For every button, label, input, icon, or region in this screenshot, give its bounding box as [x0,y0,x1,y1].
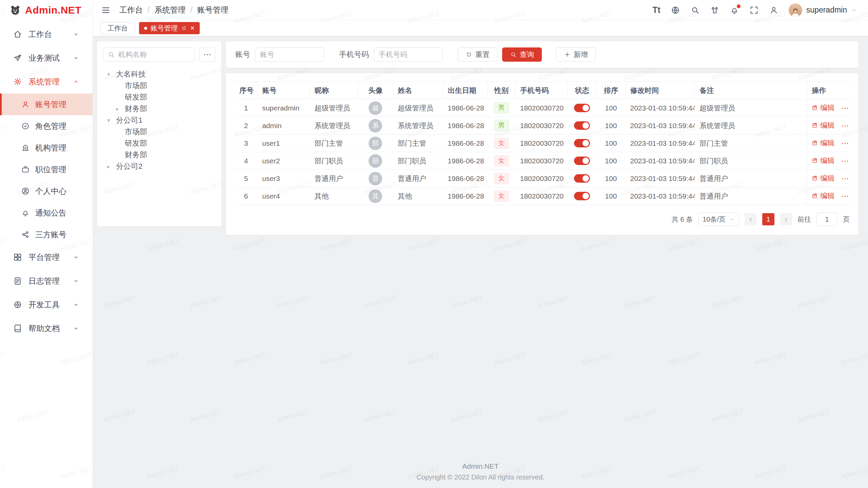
edit-button[interactable]: 编辑 [812,121,834,130]
tree-node[interactable]: 市场部 [107,126,215,138]
tab-workbench[interactable]: 工作台 [100,22,135,34]
cell-nickname: 部门主管 [310,135,358,152]
search-icon [510,51,517,58]
sidebar-menu: 工作台 业务测试 系统管理 账号管理 角色管理 机构管理 [0,22,93,340]
org-tree: ▾ 大名科技 市场部 研发部 ▸ 财务部 ▾ 分公司1 [103,68,215,172]
sidebar-item-business-test[interactable]: 业务测试 [0,46,93,70]
cell-status [568,135,596,152]
cell-name: 系统管理员 [393,117,443,135]
cell-phone: 18020030720 [515,135,568,152]
edit-button[interactable]: 编辑 [812,174,834,183]
edit-button[interactable]: 编辑 [812,156,834,165]
cell-index: 1 [235,99,257,117]
edit-button[interactable]: 编辑 [812,191,834,201]
tree-node[interactable]: 研发部 [107,138,215,149]
sidebar-item-workbench[interactable]: 工作台 [0,22,93,46]
breadcrumb-item[interactable]: 系统管理 [154,5,185,15]
font-size-icon[interactable]: Tt [652,5,660,15]
tree-node[interactable]: ▸ 分公司2 [107,161,215,172]
breadcrumb-item: 账号管理 [197,5,229,15]
language-icon[interactable] [671,5,680,15]
row-more-button[interactable]: ⋯ [841,174,849,183]
row-more-button[interactable]: ⋯ [841,121,849,130]
next-page-button[interactable]: › [780,213,792,225]
caret-right-icon[interactable]: ▸ [107,163,116,170]
prev-page-button[interactable]: ‹ [745,213,757,225]
caret-right-icon[interactable]: ▸ [116,105,125,113]
cell-status [568,187,596,205]
chevron-down-icon [851,7,857,13]
add-button[interactable]: 新增 [556,47,596,62]
status-toggle[interactable] [574,139,590,147]
edit-pencil-icon [812,104,818,111]
status-toggle[interactable] [574,157,590,165]
org-more-button[interactable]: ⋯ [199,47,215,62]
edit-button[interactable]: 编辑 [812,138,834,148]
theme-skin-icon[interactable] [710,5,719,15]
cell-account: user4 [257,187,310,205]
sidebar-item-third-party-account[interactable]: 三方账号 [0,224,93,245]
status-toggle[interactable] [574,174,590,183]
tree-node[interactable]: 市场部 [107,80,215,92]
tree-node[interactable]: ▾ 大名科技 [107,68,215,80]
tree-node[interactable]: 财务部 [107,149,215,161]
cell-modified-time: 2023-01-03 10:59:44 [625,135,694,152]
profile-settings-icon[interactable] [769,5,778,15]
breadcrumb-item[interactable]: 工作台 [119,5,143,15]
close-icon[interactable]: × [190,24,195,32]
cell-phone: 18020030720 [515,187,568,205]
footer-copyright: Copyright © 2022 Dilon All rights reserv… [93,473,868,481]
hamburger-menu-icon[interactable] [101,5,111,15]
column-header: 序号 [235,82,257,99]
status-toggle[interactable] [574,192,590,200]
tree-node[interactable]: ▾ 分公司1 [107,115,215,126]
page-size-select[interactable]: 10条/页 [698,212,739,226]
tree-node[interactable]: ▸ 财务部 [107,103,215,115]
row-more-button[interactable]: ⋯ [841,139,849,148]
sidebar-item-help-docs[interactable]: 帮助文档 [0,317,93,340]
edit-button[interactable]: 编辑 [812,103,834,113]
refresh-icon[interactable] [181,25,187,31]
row-more-button[interactable]: ⋯ [841,104,849,113]
cell-birthdate: 1986-06-28 [443,99,487,117]
table-body: 1 superadmin 超级管理员 超 超级管理员 1986-06-28 男 … [235,99,850,205]
page-footer: Admin.NET Copyright © 2022 Dilon All rig… [93,462,868,481]
account-input[interactable] [255,47,324,62]
gender-badge: 女 [494,155,509,166]
sidebar-item-role-management[interactable]: 角色管理 [0,115,93,137]
sidebar-item-platform-management[interactable]: 平台管理 [0,245,93,269]
row-more-button[interactable]: ⋯ [841,157,849,165]
sidebar-item-notice[interactable]: 通知公告 [0,202,93,224]
tab-label: 工作台 [107,24,128,33]
cell-gender: 女 [488,135,515,152]
org-search-input[interactable] [103,47,195,62]
status-toggle[interactable] [574,121,590,130]
current-page-button[interactable]: 1 [762,213,774,225]
reset-button[interactable]: 重置 [458,47,497,62]
tab-account-management[interactable]: 账号管理 × [139,22,200,34]
row-more-button[interactable]: ⋯ [841,192,849,201]
avatar-badge: 部 [369,154,382,168]
search-button[interactable]: 查询 [502,47,542,62]
app-logo[interactable]: Admin.NET [0,0,93,20]
sidebar-item-account-management[interactable]: 账号管理 [0,94,93,115]
status-toggle[interactable] [574,104,590,112]
sidebar-item-system-management[interactable]: 系统管理 [0,70,93,94]
tree-node-label: 财务部 [125,150,147,160]
search-icon[interactable] [690,5,700,15]
sidebar-item-dev-tools[interactable]: 开发工具 [0,293,93,317]
user-menu[interactable]: superadmin [789,3,857,17]
notifications-bell-icon[interactable] [730,5,739,15]
table-row: 5 user3 普通用户 普 普通用户 1986-06-28 女 1802003… [235,170,850,187]
sidebar-item-position-management[interactable]: 职位管理 [0,159,93,180]
phone-input[interactable] [374,47,443,62]
sidebar-item-log-management[interactable]: 日志管理 [0,269,93,293]
caret-down-icon[interactable]: ▾ [107,71,116,78]
caret-down-icon[interactable]: ▾ [107,117,116,124]
tree-node[interactable]: 研发部 [107,92,215,103]
cell-account: admin [257,117,310,135]
goto-page-input[interactable] [816,212,837,226]
fullscreen-icon[interactable] [749,5,759,15]
sidebar-item-org-management[interactable]: 机构管理 [0,137,93,159]
sidebar-item-personal-center[interactable]: 个人中心 [0,180,93,202]
